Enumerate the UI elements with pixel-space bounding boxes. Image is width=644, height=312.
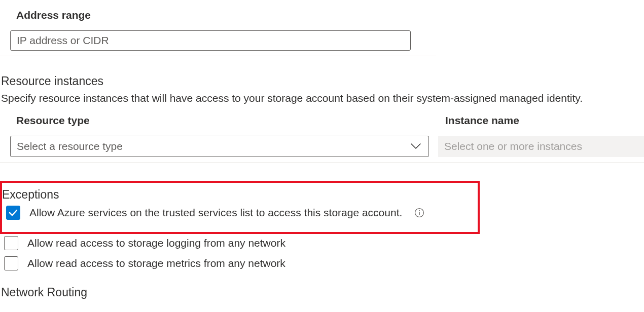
exception-label-1: Allow read access to storage logging fro… xyxy=(27,237,285,249)
instance-name-select: Select one or more instances xyxy=(438,136,644,157)
exception-label-2: Allow read access to storage metrics fro… xyxy=(27,257,285,269)
svg-rect-2 xyxy=(419,212,420,215)
resource-type-select[interactable]: Select a resource type xyxy=(10,136,429,157)
exception-row-1: Allow read access to storage logging fro… xyxy=(0,236,644,250)
resource-instances-title: Resource instances xyxy=(0,74,644,88)
exception-row-2: Allow read access to storage metrics fro… xyxy=(0,256,644,270)
exceptions-highlight: Exceptions Allow Azure services on the t… xyxy=(0,181,480,234)
exception-checkbox-metrics[interactable] xyxy=(4,256,18,270)
exceptions-title: Exceptions xyxy=(2,188,478,202)
chevron-down-icon xyxy=(410,140,421,152)
svg-point-1 xyxy=(419,210,420,211)
exception-row-0: Allow Azure services on the trusted serv… xyxy=(2,206,478,220)
resource-type-placeholder: Select a resource type xyxy=(17,140,123,152)
resource-instances-desc: Specify resource instances that will hav… xyxy=(0,92,644,104)
network-routing-title: Network Routing xyxy=(0,286,644,299)
exception-label-0: Allow Azure services on the trusted serv… xyxy=(29,207,402,219)
resource-type-label: Resource type xyxy=(0,114,429,127)
exception-checkbox-logging[interactable] xyxy=(4,236,18,250)
instance-name-label: Instance name xyxy=(438,114,644,127)
address-range-input[interactable] xyxy=(10,30,411,51)
exception-checkbox-trusted-services[interactable] xyxy=(6,206,20,220)
instance-name-placeholder: Select one or more instances xyxy=(444,140,582,152)
address-range-label: Address range xyxy=(0,0,436,21)
info-icon[interactable] xyxy=(414,208,424,218)
